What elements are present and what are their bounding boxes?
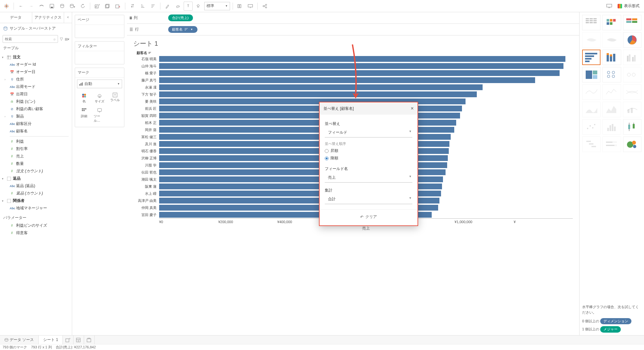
show-me-toggle[interactable]: 表示形式 <box>615 2 642 11</box>
chart-row[interactable]: 楯 愛子 <box>133 70 573 77</box>
field-sales[interactable]: #売上 <box>0 153 72 160</box>
chart-bar[interactable] <box>159 56 565 62</box>
field-quantity[interactable]: #数量 <box>0 160 72 167</box>
viz-type-highlight-table[interactable] <box>623 15 641 30</box>
tab-data[interactable]: データ <box>0 12 32 23</box>
field-customer-name[interactable]: Abc顧客名 <box>0 128 72 135</box>
field-product[interactable]: ›⚲製品 <box>0 113 72 120</box>
collapse-sidebar-icon[interactable]: ‹ <box>64 12 72 23</box>
tab-analytics[interactable]: アナリティクス <box>32 12 64 23</box>
param-profit-bin-size[interactable]: #利益ビンのサイズ <box>0 222 72 229</box>
viz-type-histogram[interactable] <box>602 119 621 135</box>
viz-type-bullet[interactable] <box>602 137 621 152</box>
datasource-row[interactable]: サンプル - スーパーストア <box>0 23 72 34</box>
viz-type-heatmap[interactable] <box>602 15 621 30</box>
tab-datasource[interactable]: データ ソース <box>0 336 39 344</box>
swap-icon[interactable] <box>128 2 137 11</box>
table-people[interactable]: ▾関係者 <box>0 197 72 204</box>
mark-type-dropdown[interactable]: 自動 ▼ <box>77 80 122 88</box>
field-returns-count[interactable]: #返品 (カウント) <box>0 190 72 197</box>
presentation-icon[interactable] <box>246 2 255 11</box>
new-dashboard-icon[interactable] <box>73 336 84 344</box>
viz-type-scatter[interactable] <box>582 119 601 135</box>
field-customer-segment[interactable]: Abc顧客区分 <box>0 120 72 128</box>
new-worksheet-icon[interactable]: + <box>63 336 73 344</box>
viz-type-side-by-side-bar[interactable] <box>623 50 641 65</box>
mark-size[interactable]: サイズ <box>92 91 107 105</box>
viz-type-horizontal-bar[interactable] <box>582 50 601 65</box>
chart-row[interactable]: 永瀬 凜 <box>133 84 573 91</box>
sort-by-dropdown[interactable]: フィールド▼ <box>325 128 412 137</box>
dimension-header[interactable]: 顧客名 <box>137 51 573 55</box>
viz-type-gantt[interactable] <box>582 137 601 152</box>
field-name-dropdown[interactable]: 売上▼ <box>325 173 412 183</box>
chart-bar[interactable] <box>159 70 560 76</box>
view-icon[interactable]: ▤▾ <box>65 37 69 41</box>
viz-type-treemap[interactable] <box>582 67 601 82</box>
forward-icon[interactable]: → <box>27 2 36 11</box>
filters-card[interactable]: フィルター <box>75 41 124 64</box>
chart-bar[interactable] <box>159 63 563 69</box>
text-icon[interactable]: T <box>184 2 193 11</box>
chart-row[interactable]: 藤戸 真弓 <box>133 77 573 84</box>
tab-sheet1[interactable]: シート 1 <box>39 336 63 344</box>
pin-icon[interactable] <box>194 2 203 11</box>
viz-type-dual-line[interactable] <box>623 84 641 100</box>
viz-type-line-discrete[interactable] <box>602 84 621 100</box>
columns-shelf[interactable]: iii列 合計(売上) <box>127 12 579 24</box>
viz-type-line-continuous[interactable] <box>582 84 601 100</box>
mark-color[interactable]: 色 <box>77 91 91 105</box>
new-datasource-icon[interactable]: ▾ <box>68 2 77 11</box>
viz-type-text-table[interactable] <box>582 15 601 30</box>
mark-label[interactable]: Tラベル <box>108 91 122 105</box>
filter-icon[interactable]: ▽ <box>60 37 63 41</box>
viz-type-side-by-side-circle[interactable] <box>623 67 641 82</box>
viz-type-box-plot[interactable] <box>623 119 641 135</box>
field-discount[interactable]: #割引率 <box>0 145 72 153</box>
viz-type-dual-combination[interactable] <box>623 102 641 117</box>
field-order-date[interactable]: 📅オーダー日 <box>0 68 72 76</box>
chart-row[interactable]: 山仲 海斗 <box>133 62 573 70</box>
sort-desc-icon[interactable] <box>149 2 158 11</box>
param-loyal[interactable]: #得意客 <box>0 229 72 237</box>
search-input[interactable] <box>5 37 53 41</box>
datasource-icon[interactable] <box>58 2 67 11</box>
present-icon[interactable] <box>605 2 614 11</box>
field-returns[interactable]: Abc返品 (返品) <box>0 182 72 190</box>
chart-bar[interactable] <box>159 77 535 83</box>
chart-bar[interactable] <box>159 91 477 97</box>
sort-asc-icon[interactable] <box>138 2 147 11</box>
viz-type-area-continuous[interactable] <box>582 102 601 117</box>
field-ship-mode[interactable]: Abc出荷モード <box>0 83 72 90</box>
viz-type-filled-map[interactable] <box>602 32 621 48</box>
viz-type-packed-bubbles[interactable] <box>623 137 641 152</box>
field-order-id[interactable]: Abcオーダー Id <box>0 61 72 68</box>
clear-sort-button[interactable]: ↶ クリア <box>320 209 418 225</box>
viz-type-area-discrete[interactable] <box>602 102 621 117</box>
duplicate-sheet-icon[interactable] <box>103 2 112 11</box>
field-high-profit-customer[interactable]: ⊘利益の高い顧客 <box>0 105 72 113</box>
clear-sheet-icon[interactable]: × <box>113 2 122 11</box>
viz-type-stacked-bar[interactable] <box>602 50 621 65</box>
share-icon[interactable] <box>260 2 269 11</box>
aggregation-dropdown[interactable]: 合計▼ <box>325 194 412 204</box>
sort-asc-radio[interactable]: 昇順 <box>325 148 412 154</box>
sort-desc-radio[interactable]: 降順 <box>325 156 412 161</box>
rows-shelf[interactable]: ☰行 顧客名 ▼ <box>127 24 579 35</box>
viz-type-pie[interactable] <box>623 32 641 48</box>
new-sheet-icon[interactable]: + <box>93 2 102 11</box>
chart-bar[interactable] <box>159 84 483 90</box>
field-region-manager[interactable]: Abc地域マネージャー <box>0 204 72 212</box>
mark-detail[interactable]: 詳細 <box>77 106 91 124</box>
field-search[interactable]: ⌕ <box>3 35 58 43</box>
rows-pill-customer[interactable]: 顧客名 ▼ <box>168 26 197 33</box>
field-address[interactable]: ›⚲住所 <box>0 76 72 83</box>
back-icon[interactable]: ← <box>16 2 25 11</box>
field-profit-bin[interactable]: ılı利益 (ビン) <box>0 98 72 105</box>
sheet-title[interactable]: シート 1 <box>133 39 573 48</box>
new-story-icon[interactable] <box>84 336 95 344</box>
undo-icon[interactable] <box>37 2 46 11</box>
tableau-logo-icon[interactable] <box>2 2 11 11</box>
attachment-icon[interactable] <box>173 2 182 11</box>
refresh-icon[interactable] <box>78 2 87 11</box>
